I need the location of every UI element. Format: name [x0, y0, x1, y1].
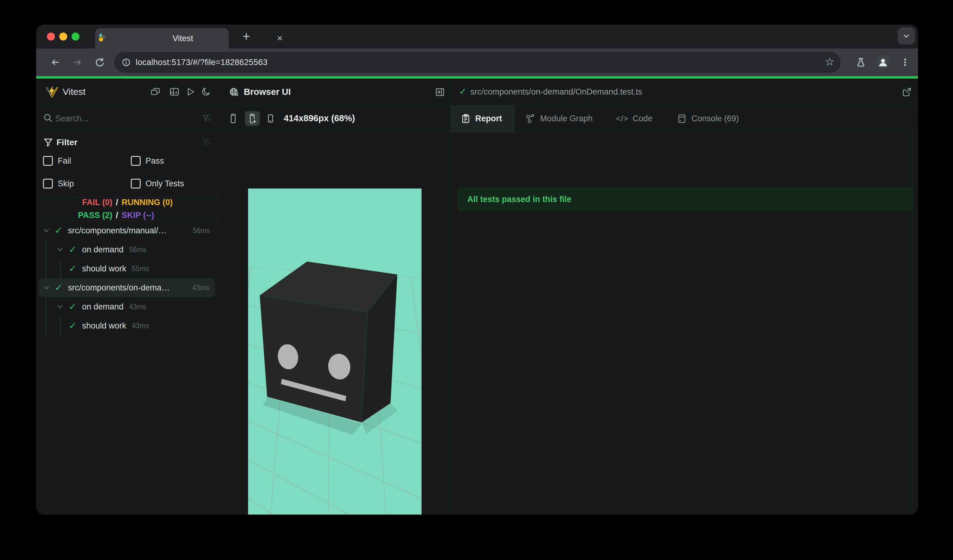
tab-module-graph[interactable]: Module Graph	[525, 105, 593, 132]
device-tablet-icon[interactable]	[228, 113, 239, 124]
tab-search-button[interactable]	[898, 27, 915, 45]
experiments-flask-icon[interactable]	[856, 57, 866, 68]
site-info-icon[interactable]	[121, 57, 131, 68]
tab-console[interactable]: Console (69)	[677, 105, 739, 132]
tree-item-label: src/components/on-dema…	[68, 283, 170, 293]
only-tests-checkbox[interactable]	[131, 179, 141, 189]
threejs-scene	[248, 189, 422, 515]
summary-bottom-border	[36, 220, 218, 221]
chevron-down-icon	[55, 244, 65, 255]
pass-check-icon: ✓	[69, 264, 76, 273]
tree-suite-on-demand-1[interactable]: ✓ on demand 56ms	[36, 240, 218, 259]
only-tests-label: Only Tests	[146, 179, 184, 189]
tree-test-should-work-2[interactable]: ✓ should work 43ms	[36, 316, 218, 335]
tree-item-label: on demand	[82, 245, 123, 254]
browser-menu-dots-icon[interactable]	[900, 57, 910, 68]
filter-option-only-tests[interactable]: Only Tests	[131, 177, 184, 190]
file-pass-check-icon: ✓	[459, 87, 467, 96]
tab-console-label: Console (69)	[691, 114, 739, 123]
tree-file-on-demand-selected[interactable]: ✓ src/components/on-dema… 43ms	[39, 278, 215, 297]
tree-suite-on-demand-2[interactable]: ✓ on demand 43ms	[36, 297, 218, 316]
chevron-down-icon	[902, 31, 911, 40]
tree-item-duration: 56ms	[193, 226, 210, 235]
indent-guide	[46, 297, 47, 316]
filter-option-fail[interactable]: Fail	[43, 154, 71, 168]
search-input[interactable]	[55, 106, 185, 131]
device-phone-add-icon[interactable]	[247, 113, 258, 124]
traffic-zoom-button[interactable]	[71, 33, 79, 40]
cube-robot-head	[260, 262, 397, 435]
preview-divider[interactable]	[451, 79, 451, 515]
chevron-down-icon	[55, 301, 65, 312]
device-phone-icon[interactable]	[265, 113, 276, 124]
fail-checkbox[interactable]	[43, 156, 53, 166]
dark-mode-moon-icon[interactable]	[201, 86, 212, 97]
vitest-app: Vitest	[36, 79, 918, 515]
summary-separator: /	[112, 211, 121, 220]
preview-panel-title: Browser UI	[244, 87, 291, 97]
filter-funnel-icon	[43, 137, 53, 147]
tree-item-label: on demand	[82, 302, 123, 312]
tree-file-manual[interactable]: ✓ src/components/manual/… 56ms	[36, 221, 218, 240]
tab-report[interactable]: Report	[461, 105, 502, 132]
indent-guide	[60, 259, 61, 278]
tree-item-label: should work	[82, 264, 126, 273]
code-brackets-icon: </>	[616, 114, 629, 123]
indent-guide	[46, 316, 47, 335]
clear-search-filter-icon[interactable]	[202, 113, 212, 123]
filter-clear-icon[interactable]	[202, 137, 212, 147]
summary-line-1: FAIL (0) / RUNNING (0)	[36, 198, 218, 207]
fail-count: FAIL (0)	[36, 198, 112, 207]
run-all-play-icon[interactable]	[185, 86, 196, 97]
tree-item-label: src/components/manual/…	[68, 226, 166, 236]
bookmark-star-icon[interactable]: ☆	[825, 55, 835, 68]
traffic-close-button[interactable]	[47, 33, 55, 40]
forward-button[interactable]	[72, 57, 82, 68]
profile-avatar[interactable]	[876, 56, 890, 69]
indent-guide	[60, 316, 61, 335]
banner-text: All tests passed in this file	[467, 187, 571, 211]
chevron-down-icon	[41, 282, 51, 293]
test-progress-bar	[36, 76, 918, 79]
fail-label: Fail	[58, 156, 71, 166]
filter-option-skip[interactable]: Skip	[43, 177, 74, 190]
globe-icon	[228, 87, 239, 98]
traffic-minimize-button[interactable]	[59, 33, 67, 40]
skip-checkbox[interactable]	[43, 179, 53, 189]
tree-item-duration: 55ms	[132, 265, 149, 273]
open-external-icon[interactable]	[901, 87, 912, 98]
indent-guide	[46, 259, 47, 278]
pass-check-icon: ✓	[69, 302, 76, 311]
dashboard-icon[interactable]	[169, 86, 180, 97]
tree-item-duration: 43ms	[192, 284, 210, 292]
vitest-logo	[45, 85, 58, 98]
viewport-size-label[interactable]: 414x896px (68%)	[284, 113, 355, 123]
summary-line-2: PASS (2) / SKIP (--)	[36, 211, 218, 220]
sidebar-divider[interactable]	[218, 79, 218, 515]
vitest-favicon	[98, 32, 109, 44]
dock-panel-icon[interactable]	[435, 87, 445, 98]
tab-code-label: Code	[633, 114, 653, 123]
chevron-down-icon	[41, 225, 51, 236]
tree-item-label: should work	[82, 321, 126, 330]
tab-code[interactable]: </> Code	[616, 105, 652, 132]
browser-tab[interactable]: Vitest ×	[95, 28, 229, 48]
skip-label: Skip	[58, 179, 74, 189]
back-button[interactable]	[50, 57, 61, 68]
url-text[interactable]: localhost:5173/#/?file=1828625563	[136, 52, 268, 73]
tree-item-duration: 56ms	[129, 246, 146, 254]
tree-item-duration: 43ms	[129, 303, 146, 311]
tab-close-icon[interactable]: ×	[277, 28, 283, 48]
toolbar-divider	[36, 132, 918, 132]
running-count: RUNNING (0)	[121, 198, 218, 207]
collapse-panels-icon[interactable]	[150, 86, 161, 97]
new-tab-button[interactable]: +	[242, 26, 250, 47]
summary-separator: /	[112, 198, 121, 207]
filter-option-pass[interactable]: Pass	[131, 154, 164, 168]
browser-preview-viewport[interactable]	[248, 189, 422, 515]
pass-checkbox[interactable]	[131, 156, 141, 166]
detail-file-path[interactable]: src/components/on-demand/OnDemand.test.t…	[470, 87, 642, 97]
reload-button[interactable]	[94, 57, 105, 68]
tree-test-should-work-1[interactable]: ✓ should work 55ms	[36, 259, 218, 278]
console-icon	[677, 113, 687, 124]
